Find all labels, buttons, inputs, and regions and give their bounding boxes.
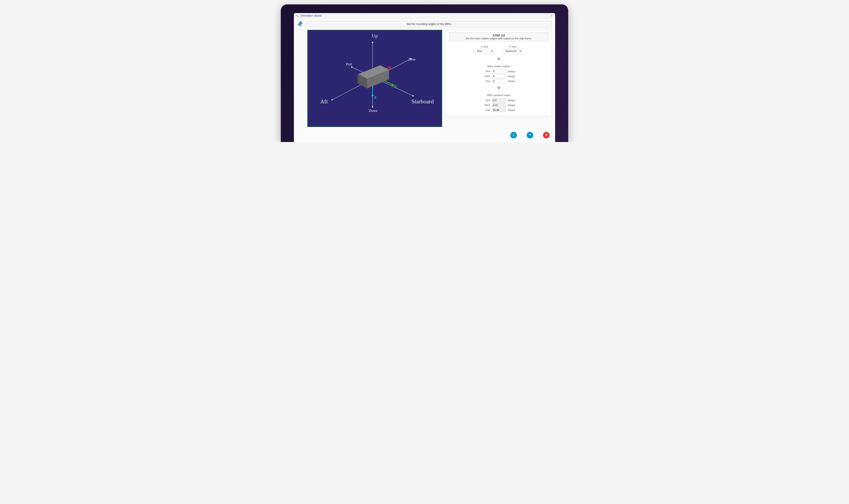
- output-title: MRU updated output: [449, 94, 549, 96]
- svg-point-8: [372, 106, 373, 108]
- chevron-down-icon: ▾: [520, 50, 521, 53]
- y-axis-label: Y axis: [504, 45, 522, 48]
- yaw-label: Yaw: [483, 80, 490, 83]
- step-panel: STEP 1/2 Set the main rotation angles wi…: [446, 30, 552, 116]
- window-title: Orientation wizard: [300, 14, 322, 17]
- step-subtitle: Set the main rotation angles with respec…: [451, 37, 547, 40]
- axis-label-x: X: [389, 66, 391, 70]
- yaw-label: Yaw: [483, 109, 490, 111]
- title-left: Orientation wizard: [296, 14, 322, 17]
- roll-label: Roll: [483, 70, 490, 73]
- output-yaw-field: [492, 108, 506, 112]
- x-axis-value: Bow: [477, 50, 482, 52]
- axis-label-port: Port: [346, 62, 352, 67]
- axis-label-y: Y: [395, 85, 397, 89]
- svg-marker-18: [357, 74, 359, 84]
- unit-label: [degs]: [508, 75, 515, 77]
- settings-tools-icon: [297, 20, 304, 28]
- close-icon: [544, 133, 548, 137]
- unit-label: [degs]: [508, 104, 515, 106]
- laptop-frame: Orientation wizard × Set the mounting an…: [281, 4, 568, 142]
- window-close-button[interactable]: ×: [550, 14, 553, 17]
- side-panel: STEP 1/2 Set the main rotation angles wi…: [446, 30, 552, 127]
- toolbar: Set the mounting angles of the MRU.: [294, 18, 555, 30]
- unit-label: [degs]: [508, 70, 515, 73]
- svg-point-7: [412, 95, 414, 96]
- app-logo-icon: [296, 14, 299, 17]
- x-axis-select[interactable]: Bow ▾: [475, 49, 494, 53]
- main-yaw-input[interactable]: [492, 79, 506, 83]
- y-axis-value: Starboard: [505, 50, 517, 52]
- app-window: Orientation wizard × Set the mounting an…: [294, 13, 555, 142]
- unit-label: [degs]: [508, 99, 515, 102]
- orientation-3d-viewport[interactable]: Up Down Port Bow Aft Starboard X Y Z: [307, 30, 442, 127]
- unit-label: [degs]: [508, 80, 515, 83]
- main-angles-title: Main rotation angles: [449, 65, 549, 68]
- svg-point-1: [372, 42, 373, 43]
- step-title: STEP 1/2: [451, 34, 547, 37]
- footer-buttons: i: [294, 130, 555, 142]
- output-roll-field: [492, 98, 506, 102]
- svg-marker-14: [371, 95, 374, 97]
- axis-select-row: X axis Bow ▾ Y axis Starboard ▾: [449, 45, 549, 53]
- axis-label-up: Up: [372, 33, 378, 39]
- main-pitch-input[interactable]: [492, 74, 506, 78]
- main-roll-input[interactable]: [492, 69, 506, 73]
- arrow-right-icon: [528, 133, 532, 137]
- svg-point-6: [351, 67, 352, 68]
- step-header: STEP 1/2 Set the main rotation angles wi…: [449, 32, 549, 41]
- unit-label: [degs]: [508, 109, 515, 111]
- content-row: Up Down Port Bow Aft Starboard X Y Z STE…: [294, 30, 555, 130]
- info-icon: i: [513, 133, 514, 137]
- cancel-button[interactable]: [543, 132, 550, 139]
- y-axis-select[interactable]: Starboard ▾: [504, 49, 522, 53]
- title-bar: Orientation wizard ×: [294, 13, 555, 18]
- axis-label-starboard: Starboard: [412, 98, 434, 105]
- flow-chevrons-icon: [449, 85, 549, 91]
- axis-label-aft: Aft: [320, 98, 328, 105]
- svg-point-3: [331, 99, 333, 101]
- output-pitch-field: [492, 103, 506, 107]
- roll-label: Roll: [483, 99, 490, 102]
- info-button[interactable]: i: [510, 132, 517, 139]
- axis-label-down: Down: [369, 109, 377, 113]
- x-axis-label: X axis: [475, 45, 494, 48]
- flow-chevrons-icon: [449, 56, 549, 62]
- chevron-down-icon: ▾: [491, 50, 492, 53]
- instruction-bar: Set the mounting angles of the MRU.: [307, 21, 552, 27]
- pitch-label: Pitch: [483, 75, 490, 77]
- axis-label-bow: Bow: [409, 57, 416, 61]
- next-button[interactable]: [527, 132, 533, 139]
- axis-label-z: Z: [374, 96, 377, 100]
- pitch-label: Pitch: [483, 104, 490, 106]
